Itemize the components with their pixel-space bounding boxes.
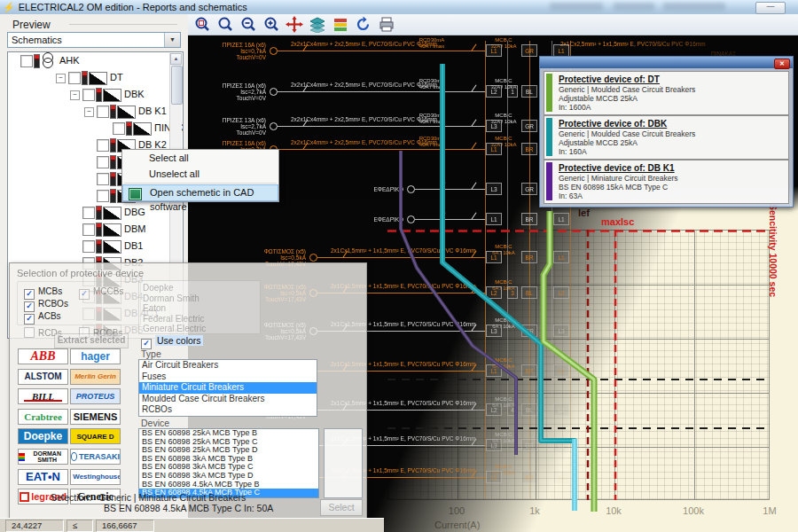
manufacturer-logo-hager[interactable]: hager <box>70 348 121 364</box>
type-item[interactable]: Air Circuit Breakers <box>139 360 317 372</box>
manufacturer-logo-eat-n[interactable]: EAT•N <box>18 469 68 485</box>
tree-item-db-k1[interactable]: −DB K1 <box>8 103 183 120</box>
preview-label: Preview <box>12 19 51 31</box>
manufacturer-logo-alstom[interactable]: ALSTOM <box>18 369 68 385</box>
manufacturer-logo-square-d[interactable]: SQUARE D <box>70 428 121 444</box>
tree-checkbox[interactable] <box>97 139 109 152</box>
panel-icon <box>133 122 152 136</box>
filter-checkbox-rcbos[interactable]: ✓RCBOs <box>24 299 68 312</box>
protective-device-info-window[interactable]: ✕ Protective device of: DTGeneric | Moul… <box>539 56 794 207</box>
zoom-dynamic-icon[interactable] <box>216 16 234 33</box>
tree-checkbox[interactable] <box>82 223 95 236</box>
selection-summary: Selection:Generic | Miniature Circuit Br… <box>51 492 273 513</box>
type-item[interactable]: Moulded Case Circuit Breakers <box>139 394 317 405</box>
tree-expander-icon[interactable]: − <box>56 74 66 83</box>
tree-item-db1[interactable]: DB1 <box>8 238 183 254</box>
tree-checkbox[interactable] <box>97 106 109 118</box>
manufacturer-logo-dorman-smith[interactable]: DORMAN SMITH <box>18 449 68 465</box>
layers-icon[interactable] <box>309 16 326 33</box>
close-icon[interactable]: ✕ <box>774 59 790 69</box>
scrollbar-thumb[interactable] <box>171 66 183 105</box>
tree-checkbox[interactable] <box>113 122 125 135</box>
manufacturer-list-item[interactable]: Eaton <box>143 303 260 314</box>
sensitivity-annotation: Sencitivity 10000 sec <box>768 204 778 297</box>
print-icon[interactable] <box>378 16 395 33</box>
type-listbox[interactable]: Air Circuit BreakersFusesMiniature Circu… <box>138 359 317 417</box>
extract-selected-button[interactable]: Extract selected <box>54 333 129 348</box>
filter-checkbox-mccbs[interactable]: ✓MCCBs <box>79 286 123 300</box>
pan-icon[interactable] <box>286 16 303 33</box>
tree-checkbox[interactable] <box>68 72 81 84</box>
type-item[interactable]: Fuses <box>139 372 317 383</box>
manufacturer-logo-westinghouse[interactable]: Westinghouse <box>70 469 121 485</box>
view-selector-dropdown[interactable]: Schematics ▼ <box>7 32 181 48</box>
tree-checkbox[interactable] <box>82 240 95 253</box>
use-colors-checkbox[interactable]: ✓Use colors <box>141 335 203 349</box>
tree-checkbox[interactable] <box>97 173 109 185</box>
tree-item-dbm[interactable]: DBM <box>8 221 183 238</box>
manufacturer-list-item[interactable]: Dorman Smith <box>143 293 260 304</box>
tree-checkbox[interactable] <box>20 55 33 67</box>
type-item[interactable]: Miniature Circuit Breakers <box>139 382 317 394</box>
zoom-out-icon[interactable] <box>239 16 257 33</box>
tree-expander-icon[interactable]: − <box>84 107 94 117</box>
tree-checkbox[interactable] <box>82 89 95 101</box>
manufacturer-logo-abb[interactable]: ABB <box>18 348 68 364</box>
breaker-bar-icon <box>110 138 116 153</box>
protective-device-box: Protective device of: DB K1Generic | Min… <box>544 160 789 204</box>
panel-icon <box>89 72 107 85</box>
use-colors-label: Use colors <box>155 335 203 346</box>
scroll-up-icon[interactable]: ▲ <box>170 53 182 65</box>
manufacturer-logo-terasaki[interactable]: TERASAKI <box>70 449 121 465</box>
filter-checkbox-acbs[interactable]: ✓ACBs <box>24 311 61 325</box>
manufacturer-list-item[interactable]: Federal Electric <box>143 314 260 325</box>
breaker-bar-icon <box>96 239 102 254</box>
manufacturer-logo-siemens[interactable]: SIEMENS <box>70 409 121 425</box>
menu-item-unselect-all[interactable]: Unselect all <box>122 166 278 182</box>
manufacturer-logo-doepke[interactable]: Doepke <box>18 428 68 444</box>
device-listbox[interactable]: BS EN 60898 25kA MCB Type BBS EN 60898 2… <box>138 428 319 498</box>
chevron-down-icon[interactable]: ▼ <box>164 33 180 47</box>
lef-annotation: lef <box>578 207 590 218</box>
tree-item-label: AHK <box>59 55 80 66</box>
legend-icon[interactable] <box>332 16 349 33</box>
blurred-title-text <box>614 3 654 11</box>
manufacturer-logo-bill[interactable]: BILL <box>18 388 68 404</box>
panel-icon <box>117 106 136 119</box>
manufacturer-list-item[interactable]: Doepke <box>143 283 260 293</box>
status-cell: 166,6667 <box>96 520 154 532</box>
filter-checkbox-mcbs[interactable]: ✓MCBs <box>24 286 62 300</box>
protective-device-line: Generic | Moulded Case Circuit Breakers <box>559 85 695 94</box>
detail-box <box>324 428 363 498</box>
manufacturer-list[interactable]: DoepkeDorman SmithEatonFederal ElectricG… <box>138 280 261 334</box>
zoom-window-icon[interactable] <box>193 16 211 33</box>
manufacturer-logo-proteus[interactable]: PROTEUS <box>70 388 121 404</box>
panel-icon <box>103 240 121 254</box>
minimize-button[interactable]: — <box>755 2 786 14</box>
refresh-icon[interactable] <box>355 16 372 33</box>
panel-icon <box>103 223 121 237</box>
type-item[interactable]: RCBOs <box>139 404 317 416</box>
select-button[interactable]: Select <box>320 499 363 516</box>
zoom-in-icon[interactable] <box>262 16 280 33</box>
protective-device-title: Protective device of: DT <box>559 74 660 84</box>
info-window-titlebar[interactable] <box>540 57 793 68</box>
status-cell: ≤ <box>66 520 93 532</box>
manufacturer-logo-merlin-gerin[interactable]: Merlin Gerin <box>70 369 121 385</box>
tree-checkbox[interactable] <box>82 207 95 219</box>
menu-item-select-all[interactable]: Select all <box>122 150 278 166</box>
manufacturer-list-item[interactable]: General Electric <box>143 324 260 334</box>
breaker-bar-icon <box>82 71 88 85</box>
tree-checkbox[interactable] <box>97 156 109 168</box>
tree-item-label: DB1 <box>124 240 143 251</box>
tree-item-label: DBK <box>124 89 145 99</box>
tree-item-dbk[interactable]: −DBK <box>8 86 183 103</box>
tree-checkbox[interactable] <box>97 190 109 202</box>
manufacturer-logo-crabtree[interactable]: Crabtree <box>18 409 68 425</box>
tree-item-dt[interactable]: −DT <box>8 69 183 86</box>
menu-item-open-schemetic-in-cad-software[interactable]: Open schemetic in CAD software <box>122 184 278 201</box>
tree-item-label: DT <box>110 72 123 82</box>
tree-item-πινακας[interactable]: ΠΙΝΑΚΑΣ <box>8 120 183 137</box>
tree-expander-icon[interactable]: − <box>70 90 80 100</box>
tree-item-ahk[interactable]: AHK <box>8 52 183 69</box>
